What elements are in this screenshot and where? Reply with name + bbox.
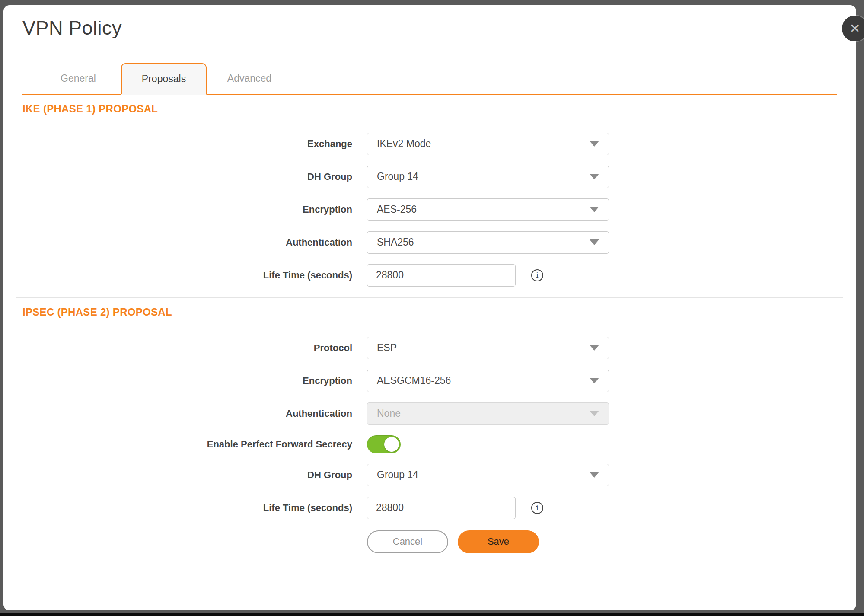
pfs-label: Enable Perfect Forward Secrecy [22, 439, 352, 450]
ipsec-authentication-label: Authentication [22, 408, 352, 419]
ike-encryption-label: Encryption [22, 204, 352, 215]
ipsec-authentication-select-disabled: None [367, 402, 609, 425]
ipsec-encryption-value: AESGCM16-256 [377, 375, 451, 386]
ipsec-encryption-label: Encryption [22, 375, 352, 386]
proposals-tab-content: IKE (PHASE 1) PROPOSAL Exchange IKEv2 Mo… [3, 102, 856, 553]
page-title: VPN Policy [22, 16, 856, 41]
ike-lifetime-row: Life Time (seconds) i [22, 264, 837, 287]
save-button[interactable]: Save [458, 530, 539, 553]
chevron-down-icon [590, 141, 599, 147]
vpn-policy-dialog: VPN Policy General Proposals Advanced IK… [3, 5, 856, 610]
ike-encryption-select[interactable]: AES-256 [367, 198, 609, 221]
ike-authentication-row: Authentication SHA256 [22, 231, 837, 254]
exchange-label: Exchange [22, 138, 352, 150]
ipsec-dh-group-value: Group 14 [377, 469, 418, 481]
tab-general[interactable]: General [35, 64, 121, 94]
ipsec-dh-group-label: DH Group [22, 469, 352, 481]
exchange-row: Exchange IKEv2 Mode [22, 133, 837, 155]
ike-phase1-form: Exchange IKEv2 Mode DH Group Group 14 [22, 133, 837, 287]
cancel-button[interactable]: Cancel [367, 530, 448, 553]
footer-buttons: Cancel Save [367, 530, 837, 553]
ike-dh-group-label: DH Group [22, 171, 352, 182]
ipsec-lifetime-row: Life Time (seconds) i [22, 497, 837, 519]
ipsec-encryption-row: Encryption AESGCM16-256 [22, 370, 837, 392]
chevron-down-icon [590, 472, 599, 478]
close-button[interactable]: ✕ [842, 16, 864, 41]
ike-phase1-heading: IKE (PHASE 1) PROPOSAL [22, 102, 837, 115]
chevron-down-icon [590, 207, 599, 212]
ike-lifetime-label: Life Time (seconds) [22, 270, 352, 281]
ipsec-phase2-heading: IPSEC (PHASE 2) PROPOSAL [22, 306, 837, 319]
exchange-value: IKEv2 Mode [377, 138, 431, 150]
section-divider [16, 297, 843, 298]
ike-dh-group-row: DH Group Group 14 [22, 166, 837, 188]
pfs-row: Enable Perfect Forward Secrecy [22, 435, 837, 453]
exchange-select[interactable]: IKEv2 Mode [367, 133, 609, 155]
ipsec-lifetime-input[interactable] [367, 497, 516, 519]
ike-authentication-select[interactable]: SHA256 [367, 231, 609, 254]
tab-proposals[interactable]: Proposals [121, 63, 207, 95]
ipsec-phase2-form: Protocol ESP Encryption AESGCM16-256 [22, 337, 837, 519]
chevron-down-icon [590, 174, 599, 179]
info-glyph: i [536, 504, 538, 511]
ike-encryption-value: AES-256 [377, 204, 417, 215]
window-bottom-edge [0, 613, 864, 616]
protocol-select[interactable]: ESP [367, 337, 609, 359]
ike-dh-group-select[interactable]: Group 14 [367, 166, 609, 188]
tab-advanced[interactable]: Advanced [207, 64, 292, 94]
ike-authentication-label: Authentication [22, 237, 352, 248]
chevron-down-icon [590, 345, 599, 351]
info-icon[interactable]: i [531, 269, 543, 281]
ipsec-lifetime-label: Life Time (seconds) [22, 502, 352, 514]
ike-dh-group-value: Group 14 [377, 171, 418, 182]
ipsec-authentication-value: None [377, 408, 401, 419]
chevron-down-icon [590, 411, 599, 416]
ipsec-dh-group-select[interactable]: Group 14 [367, 464, 609, 486]
protocol-value: ESP [377, 342, 397, 354]
info-glyph: i [536, 271, 538, 279]
info-icon[interactable]: i [531, 502, 543, 514]
ike-lifetime-input[interactable] [367, 264, 516, 287]
ike-encryption-row: Encryption AES-256 [22, 198, 837, 221]
toggle-knob [384, 437, 399, 452]
pfs-toggle[interactable] [367, 435, 401, 453]
screen: ✕ VPN Policy General Proposals Advanced … [0, 0, 864, 616]
protocol-row: Protocol ESP [22, 337, 837, 359]
protocol-label: Protocol [22, 342, 352, 354]
ipsec-authentication-row: Authentication None [22, 402, 837, 425]
ike-authentication-value: SHA256 [377, 236, 414, 248]
close-icon: ✕ [849, 22, 860, 35]
ipsec-dh-group-row: DH Group Group 14 [22, 464, 837, 486]
chevron-down-icon [590, 378, 599, 383]
chevron-down-icon [590, 239, 599, 245]
ipsec-encryption-select[interactable]: AESGCM16-256 [367, 370, 609, 392]
tab-bar: General Proposals Advanced [22, 63, 837, 95]
